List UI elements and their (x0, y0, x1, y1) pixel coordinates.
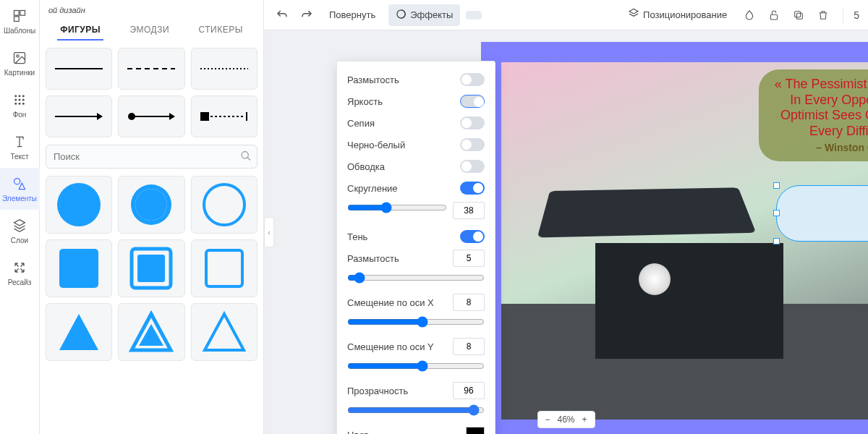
resize-handle[interactable] (773, 182, 780, 189)
shape-triangle-fill[interactable] (46, 303, 112, 361)
shape-line-dotted[interactable] (191, 48, 258, 90)
label-bw: Черно-белый (347, 140, 405, 150)
input-opacity[interactable] (453, 382, 485, 399)
zoom-in-icon[interactable]: + (582, 414, 587, 425)
shape-triangle-outline[interactable] (191, 303, 258, 361)
svg-point-9 (19, 98, 21, 101)
lock-button[interactable] (765, 6, 783, 25)
toggle-sepia[interactable] (460, 116, 485, 129)
color-picker[interactable] (466, 427, 485, 434)
resize-handle[interactable] (773, 238, 780, 244)
shape-line-solid[interactable] (46, 48, 112, 90)
shape-arrow-dot[interactable] (118, 95, 184, 137)
svg-point-11 (14, 102, 17, 104)
shape-circle-thick[interactable] (118, 176, 184, 234)
input-rounding[interactable] (453, 202, 485, 219)
label-color: Цвет (347, 430, 368, 435)
panel-collapse[interactable]: ‹ (264, 217, 274, 247)
svg-point-7 (22, 95, 25, 97)
svg-rect-2 (14, 16, 20, 21)
svg-point-13 (22, 102, 25, 104)
opacity-button[interactable] (740, 6, 759, 25)
label-shadow: Тень (347, 231, 367, 242)
artboard[interactable]: « The Pessimist Sees Difficulty In Every… (481, 42, 868, 434)
zoom-out-icon[interactable]: − (545, 414, 550, 425)
quote-block[interactable]: « The Pessimist Sees Difficulty In Every… (759, 69, 868, 161)
rail-item-images[interactable]: Картинки (0, 42, 40, 84)
svg-point-14 (14, 178, 20, 184)
effects-icon (396, 9, 407, 22)
toggle-blur[interactable] (460, 73, 485, 86)
text-icon (12, 134, 27, 150)
position-label: Позиционирование (643, 9, 727, 20)
rail-label: Картинки (4, 69, 35, 77)
position-button[interactable]: Позиционирование (621, 4, 734, 26)
selected-shape[interactable] (776, 185, 868, 242)
slider-shadow-blur[interactable] (347, 272, 485, 284)
grid-icon (12, 92, 27, 108)
shape-square-fill[interactable] (46, 239, 112, 297)
shape-arrow[interactable] (46, 95, 112, 137)
rail-item-resize[interactable]: Ресайз (0, 252, 40, 294)
color-swatch[interactable] (466, 11, 482, 20)
shape-square-outline[interactable] (191, 239, 258, 297)
slider-offset-x[interactable] (347, 316, 485, 328)
shape-circle-outline[interactable] (191, 176, 258, 234)
redo-button[interactable] (297, 6, 316, 25)
rail-item-templates[interactable]: Шаблоны (0, 0, 40, 42)
svg-point-24 (242, 151, 248, 158)
label-opacity: Прозрачность (347, 386, 408, 396)
tab-emoji[interactable]: ЭМОДЗИ (127, 20, 172, 41)
undo-button[interactable] (273, 6, 292, 25)
input-shadow-blur[interactable] (453, 250, 485, 267)
svg-point-8 (14, 98, 17, 101)
shape-line-dashed[interactable] (118, 48, 184, 90)
illustration-tablet (537, 187, 757, 237)
tab-shapes[interactable]: ФИГУРЫ (57, 20, 103, 41)
toggle-bw[interactable] (460, 138, 485, 151)
svg-point-4 (17, 54, 19, 56)
svg-point-12 (19, 102, 21, 104)
input-offset-x[interactable] (453, 294, 485, 311)
quote-author: – Winston Churchill (769, 142, 868, 154)
rotate-button[interactable]: Повернуть (322, 5, 383, 25)
toggle-rounding[interactable] (460, 182, 485, 195)
slider-opacity[interactable] (347, 404, 485, 416)
rail-label: Элементы (2, 195, 37, 203)
label-rounding: Скругление (347, 183, 398, 194)
toggle-shadow[interactable] (460, 230, 485, 243)
shape-circle-fill[interactable] (46, 176, 112, 234)
label-sepia: Сепия (347, 118, 375, 129)
tab-stickers[interactable]: СТИКЕРЫ (195, 20, 245, 41)
label-brightness: Яркость (347, 96, 383, 107)
delete-button[interactable] (814, 6, 833, 25)
label-stroke: Обводка (347, 161, 385, 172)
zoom-value: 46% (557, 414, 574, 425)
shape-square-dotted[interactable] (191, 95, 258, 137)
svg-rect-36 (771, 14, 778, 20)
effects-button[interactable]: Эффекты (388, 4, 460, 26)
slider-rounding[interactable] (347, 202, 447, 213)
slider-offset-y[interactable] (347, 360, 485, 372)
rail-item-layers[interactable]: Слои (0, 210, 40, 252)
svg-rect-31 (59, 249, 98, 288)
divider (843, 7, 843, 23)
shape-triangle-double[interactable] (118, 303, 184, 361)
svg-point-19 (128, 113, 135, 120)
rail-item-elements[interactable]: Элементы (0, 168, 40, 210)
svg-rect-38 (795, 11, 801, 17)
app-logo: ой дизайн (46, 4, 258, 17)
label-offset-x: Смещение по оси X (347, 297, 434, 308)
copy-button[interactable] (789, 6, 808, 25)
resize-icon (12, 260, 27, 276)
svg-rect-33 (137, 255, 165, 282)
rail-item-text[interactable]: Текст (0, 126, 40, 168)
search-input[interactable] (46, 145, 258, 169)
resize-handle[interactable] (773, 210, 780, 216)
shape-square-double[interactable] (118, 239, 184, 297)
input-offset-y[interactable] (453, 338, 485, 355)
rail-item-background[interactable]: Фон (0, 84, 40, 126)
toggle-stroke[interactable] (460, 160, 485, 173)
toggle-brightness[interactable] (460, 95, 485, 108)
zoom-bar: − 46% + (537, 411, 595, 428)
